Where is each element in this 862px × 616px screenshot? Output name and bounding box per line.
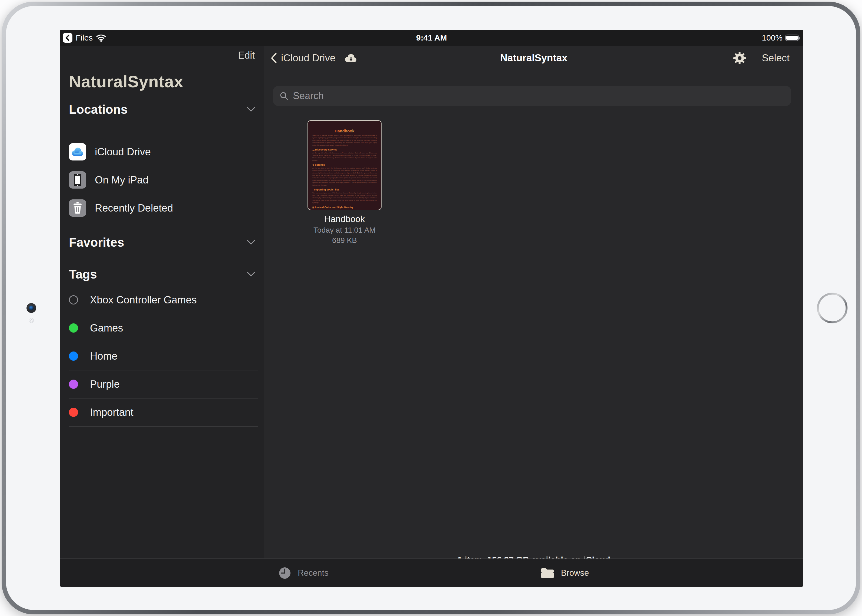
- sidebar-item-label: iCloud Drive: [95, 146, 151, 158]
- tab-browse[interactable]: Browse: [540, 559, 589, 587]
- search-icon: [279, 91, 289, 101]
- sidebar-item-on-my-ipad[interactable]: On My iPad: [69, 166, 255, 194]
- sidebar-item-label: On My iPad: [95, 174, 149, 186]
- doc-paragraph: At the top right of both the file browse…: [312, 167, 377, 186]
- tag-label: Games: [90, 322, 123, 334]
- sidebar-app-title: NaturalSyntax: [69, 72, 183, 91]
- files-app-screen: Files 9:41 AM 100% Edit NaturalS: [60, 30, 803, 587]
- search-bar[interactable]: [273, 86, 791, 106]
- doc-section-icon: ⚙: [312, 164, 314, 166]
- clock-icon: [278, 567, 291, 580]
- ipad-bezel: Files 9:41 AM 100% Edit NaturalS: [6, 6, 856, 610]
- sidebar-item-recently-deleted[interactable]: Recently Deleted: [69, 194, 255, 222]
- tab-recents[interactable]: Recents: [278, 559, 329, 587]
- battery-percent: 100%: [762, 33, 783, 42]
- status-bar: Files 9:41 AM 100%: [60, 30, 803, 46]
- sidebar-item-label: Recently Deleted: [95, 202, 173, 214]
- doc-paragraph: At the top left of the file browser, you…: [312, 152, 377, 162]
- tag-item-xbox-controller-games[interactable]: Xbox Controller Games: [69, 286, 255, 314]
- search-input[interactable]: [293, 90, 779, 102]
- tag-item-games[interactable]: Games: [69, 314, 255, 342]
- file-name: Handbook: [308, 214, 382, 224]
- edit-button[interactable]: Edit: [238, 50, 255, 61]
- tag-label: Important: [90, 407, 134, 418]
- file-size: 689 KB: [308, 236, 382, 245]
- status-time: 9:41 AM: [60, 30, 803, 46]
- folder-icon: [540, 567, 554, 579]
- file-modified-date: Today at 11:01 AM: [308, 226, 382, 234]
- trash-icon: [69, 200, 86, 217]
- file-thumbnail[interactable]: Handbook Welcome to Natural Syntax, with…: [308, 120, 382, 210]
- battery-icon: [785, 35, 799, 41]
- doc-paragraph: You can import your own ePub files into …: [312, 192, 377, 204]
- doc-paragraph: Welcome to Natural Syntax, within it you…: [312, 134, 377, 146]
- doc-title: Handbook: [312, 129, 377, 133]
- home-button[interactable]: [815, 291, 849, 325]
- tag-circle-icon: [69, 352, 78, 361]
- tag-circle-icon: [69, 295, 78, 305]
- tag-circle-icon: [69, 324, 78, 333]
- front-camera-icon: [27, 303, 36, 313]
- tag-label: Xbox Controller Games: [90, 294, 197, 306]
- section-header-favorites[interactable]: Favorites: [69, 235, 255, 250]
- tab-label: Recents: [298, 568, 329, 578]
- ipad-frame: Files 9:41 AM 100% Edit NaturalS: [2, 2, 860, 614]
- tag-circle-icon: [69, 380, 78, 389]
- doc-heading: ↓Importing ePub Files: [312, 188, 377, 191]
- tag-item-purple[interactable]: Purple: [69, 370, 255, 398]
- tag-item-home[interactable]: Home: [69, 342, 255, 370]
- section-header-locations[interactable]: Locations: [69, 102, 255, 117]
- tab-label: Browse: [561, 568, 589, 578]
- doc-section-icon: ▤: [312, 206, 315, 209]
- tag-circle-icon: [69, 408, 78, 417]
- gear-icon[interactable]: [733, 52, 746, 64]
- section-title: Locations: [69, 102, 127, 117]
- select-button[interactable]: Select: [762, 52, 790, 64]
- tab-bar: Recents Browse: [60, 558, 803, 587]
- file-item-handbook[interactable]: Handbook Welcome to Natural Syntax, with…: [308, 120, 382, 245]
- navigation-bar: iCloud Drive NaturalSyntax: [264, 46, 803, 70]
- chevron-down-icon[interactable]: [247, 240, 255, 245]
- doc-paragraph: While you're reading your book, you can …: [312, 209, 377, 210]
- section-title: Favorites: [69, 235, 124, 250]
- section-title: Tags: [69, 267, 97, 281]
- page-title: NaturalSyntax: [264, 46, 803, 70]
- tag-label: Home: [90, 350, 117, 362]
- doc-heading: ▤Lexical Color and Style Overlay: [312, 206, 377, 209]
- ipad-icon: [69, 171, 86, 189]
- main-pane: iCloud Drive NaturalSyntax: [264, 46, 803, 558]
- doc-section-icon: ☁: [312, 149, 315, 151]
- sidebar-item-icloud-drive[interactable]: iCloud Drive: [69, 138, 255, 166]
- ambient-light-sensor-icon: [29, 318, 34, 323]
- doc-section-icon: ↓: [312, 189, 313, 191]
- chevron-down-icon[interactable]: [247, 272, 255, 277]
- sidebar: Edit NaturalSyntax Locations: [60, 46, 264, 558]
- icloud-drive-icon: [69, 143, 86, 160]
- doc-heading: ⚙Settings: [312, 163, 377, 166]
- doc-heading: ☁Discovery Service: [312, 148, 377, 151]
- tag-label: Purple: [90, 379, 120, 390]
- chevron-down-icon[interactable]: [247, 107, 255, 112]
- section-header-tags[interactable]: Tags: [69, 267, 255, 281]
- tag-item-important[interactable]: Important: [69, 398, 255, 426]
